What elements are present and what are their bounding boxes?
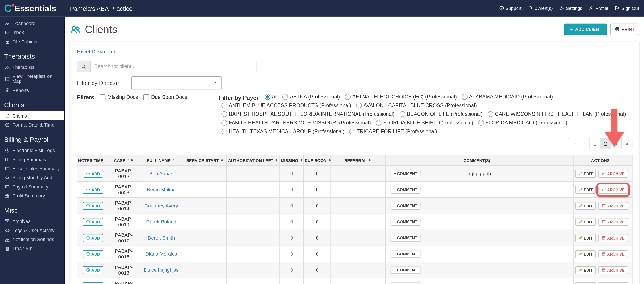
client-name-link[interactable]: Bob Abbas	[149, 171, 173, 176]
sidebar-item[interactable]: Receivables Summary	[0, 164, 64, 173]
sidebar-item[interactable]: Notification Settings	[0, 235, 64, 244]
add-note-button[interactable]: ADD	[83, 202, 103, 210]
client-name-link[interactable]: Dulce Shaw	[148, 283, 174, 284]
add-note-button[interactable]: ADD	[83, 218, 103, 226]
payer-radio[interactable]: All	[264, 93, 278, 101]
add-comment-button[interactable]: + COMMENT	[390, 250, 420, 258]
archive-button[interactable]: ARCHIVE	[598, 250, 628, 258]
column-header[interactable]: COMMENT(S)	[385, 155, 574, 166]
topbar-menu-item[interactable]: Support	[499, 6, 521, 11]
edit-button[interactable]: EDIT	[575, 266, 596, 274]
client-name-link[interactable]: Diana Morales	[145, 251, 177, 257]
add-comment-button[interactable]: + COMMENT	[390, 282, 420, 284]
payer-radio[interactable]: AVALON - CAPITAL BLUE CROSS (Professiona…	[356, 102, 477, 109]
add-comment-button[interactable]: + COMMENT	[390, 202, 420, 210]
payer-radio[interactable]: FLORIDA MEDICAID (Professional)	[478, 119, 567, 126]
sidebar-item[interactable]: Logs & User Activity	[0, 226, 64, 235]
column-header[interactable]: FULL NAME	[139, 155, 184, 166]
add-comment-button[interactable]: + COMMENT	[390, 170, 420, 178]
edit-button[interactable]: EDIT	[575, 202, 596, 210]
topbar-menu-item[interactable]: Profile	[589, 6, 608, 11]
sidebar-item[interactable]: Archives	[0, 217, 64, 226]
edit-button[interactable]: EDIT	[575, 282, 596, 284]
director-select[interactable]	[131, 76, 222, 89]
client-name-link[interactable]: Dulce hsjhghjss	[144, 267, 178, 273]
sidebar-item[interactable]: Inbox	[0, 28, 64, 37]
search-input[interactable]	[90, 61, 256, 72]
edit-button[interactable]: EDIT	[575, 250, 596, 258]
sidebar-item[interactable]: Clients	[0, 111, 64, 120]
client-name-link[interactable]: Derek Smith	[148, 235, 175, 241]
client-name-link[interactable]: Derek Roland	[146, 219, 176, 225]
edit-button[interactable]: EDIT	[575, 218, 596, 226]
pagination-item[interactable]: «	[568, 138, 579, 149]
archive-button[interactable]: ARCHIVE	[598, 170, 628, 178]
archive-button[interactable]: ARCHIVE	[598, 186, 628, 194]
column-header[interactable]: AUTHORIZATION LEFT	[226, 155, 280, 166]
edit-button[interactable]: EDIT	[575, 234, 596, 242]
topbar-menu-item[interactable]: Sign Out	[615, 6, 639, 11]
column-header[interactable]: ACTIONS	[574, 155, 632, 166]
add-note-button[interactable]: ADD	[83, 282, 103, 284]
payer-radio[interactable]: TRICARE FOR LIFE (Professional)	[349, 128, 437, 135]
payer-radio[interactable]: FLORIDA BLUE SHIELD (Professional)	[376, 119, 473, 126]
topbar-menu-item[interactable]: Settings	[560, 6, 582, 11]
topbar-menu-item[interactable]: 0 Alert(s)	[528, 6, 552, 11]
excel-download-link[interactable]: Excel Download	[77, 49, 116, 55]
payer-radio[interactable]: BAPTIST HOSPITAL SOUTH FLORIDA INTERNATI…	[221, 110, 394, 118]
doc-filter-checkbox[interactable]: Missing Docs	[100, 94, 138, 100]
sidebar-item[interactable]: Therapists	[0, 63, 64, 72]
sidebar-item[interactable]: Forms, Data & Time	[0, 120, 64, 129]
edit-button[interactable]: EDIT	[575, 170, 596, 178]
sidebar-item[interactable]: Billing Monthly Audit	[0, 173, 64, 182]
add-client-button[interactable]: ADD CLIENT	[564, 24, 607, 35]
sidebar-item[interactable]: File Cabinet	[0, 37, 64, 46]
archive-button[interactable]: ARCHIVE	[598, 202, 628, 210]
column-header[interactable]: CASE #	[109, 155, 139, 166]
archive-button[interactable]: ARCHIVE	[598, 218, 628, 226]
sidebar-item[interactable]: Electronic Visit Logs	[0, 146, 64, 155]
add-note-button[interactable]: ADD	[83, 250, 103, 258]
payer-radio[interactable]: HEALTH TEXAS MEDICAL GROUP (Professional…	[221, 128, 344, 135]
archive-button[interactable]: ARCHIVE	[598, 234, 628, 242]
pagination-item[interactable]: ›	[611, 138, 622, 149]
payer-radio[interactable]: ANTHEM BLUE ACCESS PRODUCTS (Professiona…	[221, 102, 351, 109]
pagination-item[interactable]: ‹	[579, 138, 590, 149]
add-comment-button[interactable]: + COMMENT	[390, 186, 420, 194]
payer-radio[interactable]: AETNA (Professional)	[282, 93, 340, 101]
add-note-button[interactable]: ADD	[83, 266, 103, 274]
sidebar-item[interactable]: Trash Bin	[0, 244, 64, 253]
column-header[interactable]: MISSING	[280, 155, 304, 166]
sidebar-item[interactable]: View Therapists on Map	[0, 72, 64, 86]
sidebar-item[interactable]: Profit Summary	[0, 191, 64, 200]
add-comment-button[interactable]: + COMMENT	[390, 266, 420, 274]
column-header[interactable]: REFERRAL	[331, 155, 385, 166]
sidebar-item[interactable]: Dashboard	[0, 19, 64, 28]
add-comment-button[interactable]: + COMMENT	[390, 234, 420, 242]
doc-filter-checkbox[interactable]: Due Soon Docs	[143, 94, 187, 100]
column-header[interactable]: NOTES/TIME	[77, 155, 109, 166]
add-comment-button[interactable]: + COMMENT	[390, 218, 420, 226]
print-button[interactable]: PRINT	[610, 24, 639, 35]
payer-radio[interactable]: FAMILY HEALTH PARTNERS MC + MISSOURI (Pr…	[221, 119, 371, 126]
column-header[interactable]: SERVICE START	[184, 155, 226, 166]
add-note-button[interactable]: ADD	[83, 170, 103, 178]
archive-button[interactable]: ARCHIVE	[598, 266, 628, 274]
pagination-item[interactable]: 2	[600, 138, 611, 149]
edit-button[interactable]: EDIT	[575, 186, 596, 194]
archive-button[interactable]: ARCHIVE	[598, 282, 628, 284]
column-header[interactable]: DUE SOON	[304, 155, 331, 166]
payer-radio[interactable]: CARE WISCONSIN FIRST HEALTH PLAN (Profes…	[488, 110, 626, 118]
sidebar-item[interactable]: Payroll Summary	[0, 182, 64, 191]
payer-radio[interactable]: BEACON OF LIFE (Professional)	[399, 110, 482, 118]
client-name-link[interactable]: Bryan Molina	[147, 187, 176, 192]
payer-radio[interactable]: ALABAMA MEDICAID (Professional)	[462, 93, 553, 101]
payer-radio[interactable]: AETNA - ELECT CHOICE (EC) (Professional)	[345, 93, 457, 101]
add-note-button[interactable]: ADD	[83, 186, 103, 194]
sidebar-item[interactable]: Reports	[0, 86, 64, 95]
app-logo[interactable]: C Essentials	[4, 3, 56, 14]
client-name-link[interactable]: Courtney Avery	[144, 203, 178, 208]
pagination-item[interactable]: 1	[590, 138, 600, 149]
sidebar-item[interactable]: Billing Summary	[0, 155, 64, 164]
add-note-button[interactable]: ADD	[83, 234, 103, 242]
